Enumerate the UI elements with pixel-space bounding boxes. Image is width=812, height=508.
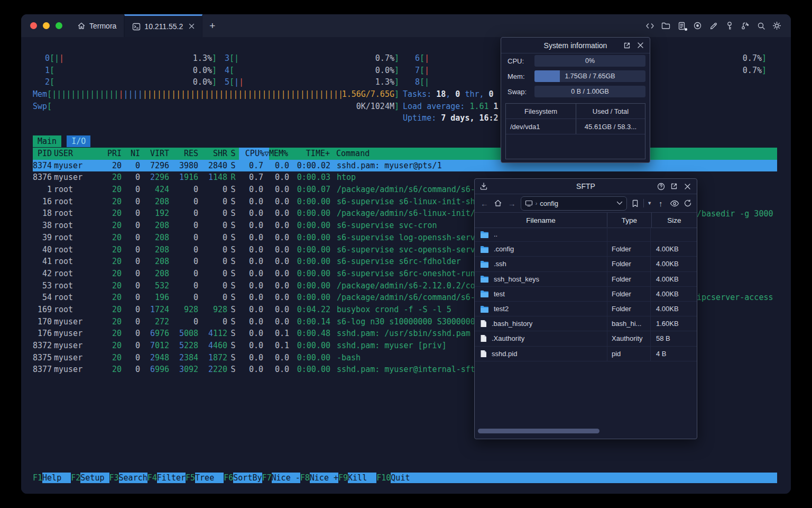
- fkey-action-setup[interactable]: Setup: [80, 473, 109, 483]
- column-header-virt[interactable]: VIRT: [140, 148, 169, 160]
- tab-session[interactable]: 10.211.55.2: [124, 14, 202, 37]
- help-icon[interactable]: [657, 182, 665, 190]
- fkey-action-tree[interactable]: Tree: [195, 473, 224, 483]
- gauge-label: Swap:: [508, 88, 533, 96]
- folder-icon: [480, 290, 489, 297]
- fkey-action-quit[interactable]: Quit: [391, 473, 777, 483]
- file-row--Xauthority[interactable]: .XauthorityXauthority58 B: [475, 331, 697, 346]
- gauge-bar: 0%: [534, 55, 645, 67]
- close-panel-icon[interactable]: [636, 41, 644, 50]
- upload-up-arrow-icon[interactable]: ↑: [655, 199, 666, 208]
- home-icon[interactable]: [493, 199, 503, 207]
- tab-close-icon[interactable]: [189, 22, 195, 31]
- system-information-header: System information: [501, 38, 650, 53]
- size-column-header[interactable]: Size: [652, 216, 697, 224]
- path-breadcrumb[interactable]: › config: [521, 196, 628, 211]
- code-snippets-icon[interactable]: [645, 21, 654, 30]
- gauge-value: 0 B / 1.00GB: [534, 86, 645, 97]
- file-row--config[interactable]: .configFolder4.00KB: [475, 242, 697, 257]
- process-row-8374[interactable]: 8374myuser200729639802840S0.70.00:00.02s…: [33, 160, 777, 172]
- column-header-cpu[interactable]: CPU%▽: [239, 148, 269, 160]
- open-in-window-icon[interactable]: [623, 41, 631, 50]
- fkey-action-sortby[interactable]: SortBy: [233, 473, 262, 483]
- file-row-test[interactable]: testFolder4.00KB: [475, 287, 697, 302]
- gauge-label: Mem:: [508, 72, 533, 80]
- bookmark-icon[interactable]: [630, 199, 640, 207]
- cpu-meter-1: 1[0.0%]: [45, 65, 217, 77]
- fkey-f10: F10: [376, 473, 391, 483]
- filename-column-header[interactable]: Filename: [475, 216, 607, 224]
- fkey-f7: F7: [262, 473, 272, 483]
- file-row--ssh[interactable]: .sshFolder4.00KB: [475, 257, 697, 271]
- column-header-res[interactable]: RES: [169, 148, 198, 160]
- new-tab-button[interactable]: +: [202, 14, 222, 37]
- file-type: Folder: [607, 287, 651, 301]
- fkey-action-kill[interactable]: Kill: [348, 473, 376, 483]
- file-row-ssh-host-keys[interactable]: ssh_host_keysFolder4.00KB: [475, 272, 697, 287]
- horizontal-scrollbar[interactable]: [478, 429, 599, 433]
- column-header-ni[interactable]: NI: [122, 148, 140, 160]
- file-type: Folder: [607, 302, 651, 316]
- folder-icon: [480, 231, 489, 238]
- search-icon[interactable]: [756, 21, 765, 30]
- keychain-icon[interactable]: [741, 21, 750, 30]
- file-name: .Xauthority: [492, 334, 524, 342]
- file-type: Xauthority: [607, 331, 651, 346]
- computer-icon: [525, 200, 533, 207]
- fkey-action-search[interactable]: Search: [119, 473, 147, 483]
- column-header-shr[interactable]: SHR: [198, 148, 227, 160]
- fkey-action-nice--[interactable]: Nice +: [310, 473, 338, 483]
- key-icon[interactable]: [725, 21, 734, 30]
- show-hidden-eye-icon[interactable]: [669, 200, 679, 207]
- transfers-download-icon[interactable]: [475, 182, 488, 190]
- file-row--bash-history[interactable]: .bash_historybash_hi...1.60KB: [475, 316, 697, 331]
- edit-pencil-icon[interactable]: [709, 21, 718, 30]
- column-header-s[interactable]: S: [227, 148, 239, 160]
- file-row---[interactable]: ..: [475, 227, 697, 242]
- file-size: 4.00KB: [651, 290, 697, 298]
- column-header-pid[interactable]: PID: [33, 148, 52, 160]
- fkey-action-filter[interactable]: Filter: [157, 473, 186, 483]
- htop-tab-io[interactable]: I/O: [67, 135, 90, 147]
- fkey-f4: F4: [147, 473, 157, 483]
- cpu-meter-4: 4[0.0%]: [225, 65, 399, 77]
- column-header-pri[interactable]: PRI: [107, 148, 122, 160]
- file-table-header[interactable]: Filename Type Size: [475, 213, 697, 228]
- window-controls: [21, 14, 70, 37]
- close-window-button[interactable]: [30, 22, 37, 29]
- type-column-header[interactable]: Type: [607, 213, 652, 228]
- gauge-row-swap: Swap:0 B / 1.00GB: [508, 86, 645, 97]
- folder-icon: [480, 246, 489, 253]
- settings-gear-icon[interactable]: [772, 21, 781, 30]
- filesystem-row[interactable]: /dev/vda1 45.61GB / 58.3...: [506, 119, 645, 134]
- htop-tab-main[interactable]: Main: [33, 135, 61, 147]
- folder-icon[interactable]: [661, 21, 670, 30]
- back-arrow-icon[interactable]: ←: [479, 199, 490, 208]
- fkey-f1: F1: [33, 473, 42, 483]
- file-size: 4 B: [651, 350, 697, 358]
- minimize-window-button[interactable]: [43, 22, 50, 29]
- file-size: 4.00KB: [651, 305, 697, 313]
- file-name: .bash_history: [492, 320, 532, 328]
- log-file-icon[interactable]: [677, 21, 686, 30]
- file-row-sshd-pid[interactable]: sshd.pidpid4 B: [475, 347, 697, 361]
- file-icon: [480, 334, 487, 342]
- tab-termora-home[interactable]: Termora: [70, 14, 124, 37]
- file-name: .config: [494, 245, 514, 253]
- column-header-user[interactable]: USER: [54, 148, 107, 160]
- file-row-test2[interactable]: test2Folder4.00KB: [475, 302, 697, 316]
- gauge-label: CPU:: [508, 57, 533, 65]
- forward-arrow-icon[interactable]: →: [506, 199, 518, 208]
- fkey-action-nice--[interactable]: Nice -: [272, 473, 300, 483]
- bookmark-dropdown-caret[interactable]: ▼: [647, 201, 652, 206]
- refresh-icon[interactable]: [682, 199, 693, 207]
- process-table-header[interactable]: PIDUSERPRINIVIRTRESSHRSCPU%▽MEM%TIME+Com…: [33, 148, 777, 160]
- open-in-window-icon[interactable]: [670, 182, 678, 190]
- column-header-mem[interactable]: MEM%: [269, 148, 289, 160]
- zoom-window-button[interactable]: [56, 22, 62, 29]
- record-icon[interactable]: [693, 21, 702, 30]
- close-panel-icon[interactable]: [683, 182, 691, 190]
- fkey-f2: F2: [71, 473, 80, 483]
- column-header-time[interactable]: TIME+: [289, 148, 330, 160]
- fkey-action-help[interactable]: Help: [42, 473, 71, 483]
